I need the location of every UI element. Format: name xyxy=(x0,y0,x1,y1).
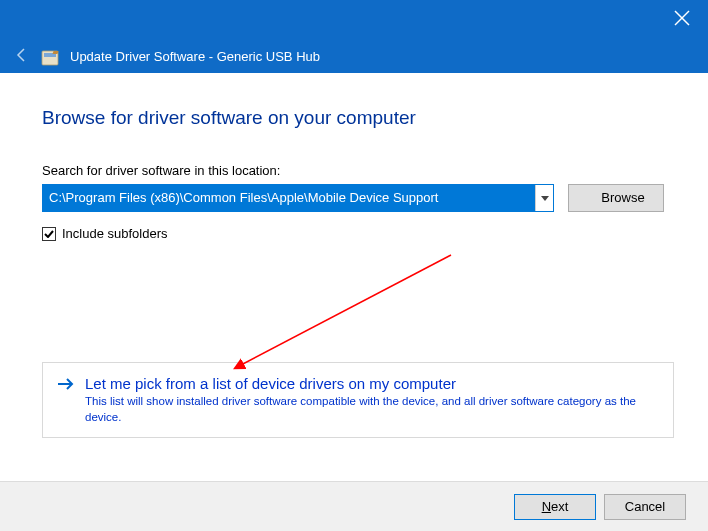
disk-icon xyxy=(40,47,60,67)
titlebar xyxy=(0,0,708,40)
next-button-accel: N xyxy=(542,499,551,514)
header-title: Update Driver Software - Generic USB Hub xyxy=(70,49,320,64)
search-location-label: Search for driver software in this locat… xyxy=(42,163,666,178)
path-value[interactable]: C:\Program Files (x86)\Common Files\Appl… xyxy=(43,185,535,211)
next-button[interactable]: Next xyxy=(514,494,596,520)
wizard-header: Update Driver Software - Generic USB Hub xyxy=(0,40,708,73)
content-area: Browse for driver software on your compu… xyxy=(0,73,708,241)
browse-button[interactable]: Browse xyxy=(568,184,664,212)
footer: Next Cancel xyxy=(0,481,708,531)
option-description: This list will show installed driver sof… xyxy=(85,394,659,425)
checkmark-icon xyxy=(44,230,54,238)
include-subfolders-row[interactable]: Include subfolders xyxy=(42,226,666,241)
close-button[interactable] xyxy=(674,10,690,30)
cancel-button[interactable]: Cancel xyxy=(604,494,686,520)
path-dropdown-button[interactable] xyxy=(535,185,553,211)
pick-from-list-option[interactable]: Let me pick from a list of device driver… xyxy=(42,362,674,438)
include-subfolders-checkbox[interactable] xyxy=(42,227,56,241)
svg-line-8 xyxy=(241,255,451,365)
page-title: Browse for driver software on your compu… xyxy=(42,107,666,129)
next-button-rest: ext xyxy=(551,499,568,514)
close-icon xyxy=(674,10,690,26)
svg-marker-5 xyxy=(541,196,549,201)
option-title: Let me pick from a list of device driver… xyxy=(85,375,659,392)
back-button[interactable] xyxy=(14,47,30,67)
back-arrow-icon xyxy=(14,47,30,63)
include-subfolders-label: Include subfolders xyxy=(62,226,168,241)
annotation-arrow xyxy=(226,250,456,380)
option-arrow-icon xyxy=(57,377,75,395)
path-combobox[interactable]: C:\Program Files (x86)\Common Files\Appl… xyxy=(42,184,554,212)
chevron-down-icon xyxy=(541,196,549,201)
path-row: C:\Program Files (x86)\Common Files\Appl… xyxy=(42,184,666,212)
